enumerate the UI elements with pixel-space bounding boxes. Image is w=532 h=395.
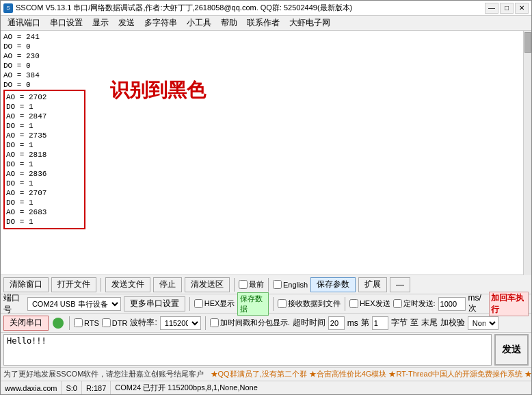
terminal-line: AO = 384	[3, 71, 85, 80]
menu-help[interactable]: 帮助	[217, 16, 241, 30]
menu-contact[interactable]: 联系作者	[243, 16, 284, 30]
main-area: AO = 241 DO = 0 AO = 230 DO = 0 AO = 384…	[1, 31, 531, 367]
open-file-button[interactable]: 打开文件	[51, 277, 96, 292]
expand-icon-button[interactable]: —	[390, 277, 410, 292]
baud-select[interactable]: 115200	[160, 316, 201, 330]
last-checkbox[interactable]	[239, 280, 248, 289]
timer-send-checkbox[interactable]	[393, 299, 402, 308]
timer-unit: ms/次	[468, 293, 487, 314]
menu-serial-settings[interactable]: 串口设置	[46, 16, 87, 30]
expand-button[interactable]: 扩展	[358, 277, 387, 292]
english-checkbox[interactable]	[273, 280, 282, 289]
status-bar: www.daxia.com S:0 R:187 COM24 已打开 115200…	[1, 381, 531, 394]
terminal-line: AO = 2683	[6, 207, 83, 217]
last-checkbox-label: 最前	[239, 279, 264, 290]
port-status-indicator	[53, 318, 64, 329]
close-port-button[interactable]: 关闭串口	[3, 316, 49, 331]
save-recv-text: 接收数据到文件	[288, 298, 341, 309]
byte-label: 字节	[391, 317, 408, 329]
separator	[273, 297, 274, 311]
terminal-line: DO = 1	[6, 198, 83, 207]
notice-marquee: ★QQ群满员了,没有第二个群 ★合宙高性价比4G模块 ★RT-Thread中国人…	[211, 370, 531, 378]
status-s: S:0	[62, 381, 82, 394]
maximize-button[interactable]: □	[500, 3, 514, 14]
separator	[234, 278, 235, 292]
toolbar-area: 清除窗口 打开文件 发送文件 停止 清发送区 最前 English 保存参数 扩…	[1, 275, 531, 367]
save-recv-checkbox[interactable]	[278, 299, 287, 308]
terminal-line: AO = 2836	[6, 169, 83, 179]
timestamp-checkbox[interactable]	[210, 318, 219, 327]
dtr-label: DTR	[102, 318, 128, 327]
hex-send-checkbox[interactable]	[349, 299, 358, 308]
scrollbar-thumb[interactable]	[524, 32, 531, 53]
toolbar-row-4: Hello!!! 发送	[1, 333, 531, 367]
menu-multi-string[interactable]: 多字符串	[140, 16, 181, 30]
send-button[interactable]: 发送	[494, 334, 529, 366]
clear-send-button[interactable]: 清发送区	[185, 277, 230, 292]
toolbar-row-2: 端口号 COM24 USB 串行设备 更多串口设置 HEX显示 保存数据 接收数…	[1, 294, 531, 314]
hex-display-checkbox[interactable]	[194, 299, 203, 308]
checksum-label: 加校验	[440, 317, 465, 329]
terminal-line: DO = 1	[6, 121, 83, 131]
dtr-text: DTR	[112, 319, 128, 327]
status-port-info: COM24 已打开 115200bps,8,1,None,None	[111, 381, 262, 394]
separator	[268, 278, 269, 292]
menu-comm-port[interactable]: 通讯端口	[3, 16, 44, 30]
status-r: R:187	[82, 381, 111, 394]
menu-display[interactable]: 显示	[88, 16, 113, 30]
timeout-input[interactable]	[328, 316, 345, 330]
save-data-label[interactable]: 保存数据	[237, 292, 269, 316]
notice-bar: 为了更好地发展SSCOM软件，请您注册嘉立创账号结尾客户 ★QQ群满员了,没有第…	[1, 367, 531, 381]
english-checkbox-label: English	[273, 280, 308, 289]
window-title: SSCOM V5.13.1 串口/网络数据调试器,作者:大虾丁丁,2618058…	[16, 3, 352, 13]
close-button[interactable]: ✕	[515, 3, 529, 14]
terminal-wrapper: AO = 241 DO = 0 AO = 230 DO = 0 AO = 384…	[1, 31, 531, 275]
terminal-scrollbar[interactable]	[523, 31, 531, 275]
terminal-line: AO = 230	[3, 51, 85, 61]
app-icon: S	[3, 3, 13, 13]
rts-text: RTS	[84, 319, 99, 327]
start-label: 至	[410, 317, 418, 329]
terminal-line: AO = 2702	[6, 92, 83, 102]
timeout-label: 超时时间	[293, 317, 325, 329]
save-params-button[interactable]: 保存参数	[310, 277, 356, 292]
separator	[189, 297, 190, 311]
terminal-line: DO = 1	[6, 102, 83, 112]
title-controls: — □ ✕	[485, 3, 529, 14]
rts-checkbox[interactable]	[74, 318, 83, 327]
hex-display-label: HEX显示	[194, 298, 235, 309]
minimize-button[interactable]: —	[485, 3, 498, 14]
terminal-line: DO = 0	[3, 42, 85, 51]
status-website[interactable]: www.daxia.com	[1, 381, 62, 394]
terminal-content: AO = 241 DO = 0 AO = 230 DO = 0 AO = 384…	[3, 32, 520, 229]
timer-send-label: 定时发送:	[393, 298, 436, 309]
title-bar: S SSCOM V5.13.1 串口/网络数据调试器,作者:大虾丁丁,26180…	[1, 1, 531, 16]
port-label: 端口号	[3, 292, 25, 316]
stop-button[interactable]: 停止	[153, 277, 182, 292]
baud-label: 波特率:	[130, 317, 157, 329]
hex-display-text: HEX显示	[204, 298, 235, 309]
timer-value-input[interactable]: 1000	[438, 297, 466, 311]
page-input[interactable]	[372, 316, 388, 330]
dtr-checkbox[interactable]	[102, 318, 111, 327]
port-select[interactable]: COM24 USB 串行设备	[27, 297, 121, 311]
separator	[101, 278, 101, 292]
last-label: 最前	[249, 279, 264, 290]
checksum-select[interactable]: None	[468, 316, 498, 330]
terminal-output[interactable]: AO = 241 DO = 0 AO = 230 DO = 0 AO = 384…	[1, 31, 523, 275]
menu-tools[interactable]: 小工具	[183, 16, 215, 30]
hex-send-text: HEX发送	[360, 298, 390, 309]
send-input[interactable]: Hello!!!	[3, 334, 492, 366]
end-label: 末尾	[421, 317, 438, 329]
menu-send[interactable]: 发送	[114, 16, 139, 30]
terminal-line: DO = 1	[6, 160, 83, 169]
menu-website[interactable]: 大虾电子网	[285, 16, 334, 30]
timestamp-label: 加时间戳和分包显示.	[210, 318, 290, 328]
separator	[345, 297, 345, 311]
separator	[205, 316, 206, 330]
send-file-button[interactable]: 发送文件	[105, 277, 150, 292]
return-exec-button[interactable]: 加回车执行	[489, 292, 529, 316]
more-ports-button[interactable]: 更多串口设置	[124, 296, 185, 311]
toolbar-row-3: 关闭串口 RTS DTR 波特率: 115200 加时间戳	[1, 314, 531, 333]
clear-window-button[interactable]: 清除窗口	[3, 277, 49, 292]
